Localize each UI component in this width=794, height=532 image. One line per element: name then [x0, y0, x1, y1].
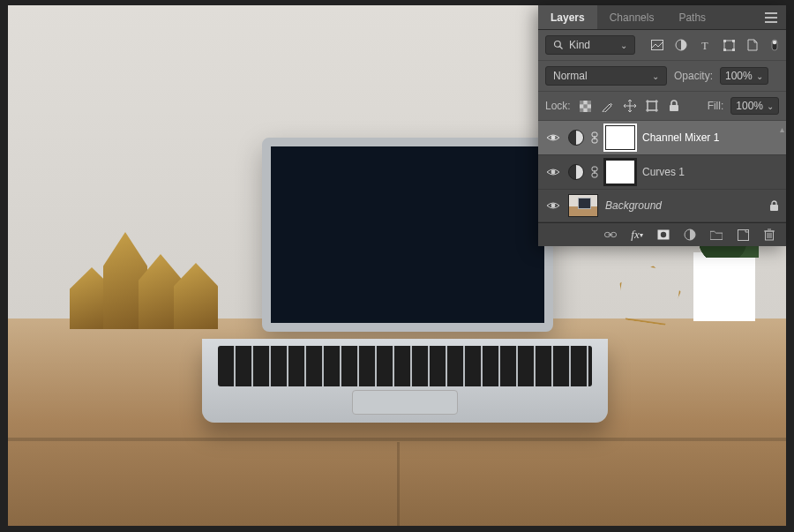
layers-panel: Layers Channels Paths Kind ⌄ T: [538, 5, 786, 246]
layer-mask-thumbnail[interactable]: [605, 160, 635, 184]
chevron-down-icon: ⌄: [767, 101, 774, 111]
svg-rect-13: [580, 101, 583, 104]
filter-type-icons: T: [651, 39, 779, 51]
layer-mask-thumbnail[interactable]: [605, 125, 635, 150]
panel-footer: fx▾: [538, 222, 786, 246]
opacity-label: Opacity:: [674, 70, 713, 82]
svg-rect-42: [738, 229, 748, 240]
lock-fill-row: Lock: Fill:: [538, 92, 786, 121]
svg-rect-7: [732, 40, 735, 42]
visibility-toggle[interactable]: [545, 130, 561, 146]
tab-layers[interactable]: Layers: [538, 5, 597, 29]
search-icon: [553, 40, 564, 50]
svg-rect-17: [588, 108, 591, 111]
svg-text:T: T: [701, 40, 708, 50]
filter-shape-icon[interactable]: [723, 39, 735, 51]
filter-pixel-icon[interactable]: [651, 39, 663, 51]
adjustment-layer-icon: [568, 164, 584, 180]
link-layers-icon[interactable]: [604, 229, 617, 241]
tab-paths[interactable]: Paths: [666, 5, 718, 29]
blend-mode-dropdown[interactable]: Normal ⌄: [545, 66, 667, 86]
filter-kind-label: Kind: [569, 39, 590, 51]
layer-name[interactable]: Channel Mixer 1: [642, 131, 779, 144]
filter-toggle-switch[interactable]: [770, 39, 779, 51]
svg-rect-6: [723, 40, 726, 42]
layer-style-fx-icon[interactable]: fx▾: [631, 229, 643, 241]
layer-filter-row: Kind ⌄ T: [538, 30, 786, 61]
scroll-up-arrow[interactable]: ▴: [780, 124, 784, 134]
photo-laptop-keys: [218, 346, 592, 386]
new-adjustment-layer-icon[interactable]: [684, 229, 696, 241]
filter-type-text-icon[interactable]: T: [699, 39, 711, 51]
filter-smartobject-icon[interactable]: [746, 39, 759, 51]
lock-transparency-icon[interactable]: [580, 100, 592, 112]
layer-lock-icon[interactable]: [769, 200, 779, 212]
layer-thumbnail[interactable]: [568, 194, 598, 217]
lock-artboard-icon[interactable]: [646, 100, 658, 112]
svg-line-1: [560, 47, 563, 49]
mask-link-icon[interactable]: [591, 166, 598, 178]
svg-point-34: [551, 204, 556, 208]
svg-rect-8: [723, 49, 726, 51]
layer-row-channel-mixer[interactable]: Channel Mixer 1 ▴: [538, 121, 786, 155]
svg-rect-16: [580, 108, 583, 111]
add-mask-icon[interactable]: [657, 229, 670, 241]
layer-row-curves[interactable]: Curves 1: [538, 155, 786, 190]
panel-menu-button[interactable]: [756, 12, 786, 23]
new-layer-icon[interactable]: [737, 229, 749, 241]
new-group-icon[interactable]: [710, 229, 723, 241]
fill-input[interactable]: 100% ⌄: [730, 97, 779, 115]
layer-list: Channel Mixer 1 ▴ Curves 1 Background: [538, 121, 786, 222]
filter-adjustment-icon[interactable]: [675, 39, 687, 51]
lock-all-icon[interactable]: [668, 100, 680, 112]
mask-link-icon[interactable]: [591, 131, 598, 144]
svg-rect-15: [584, 104, 588, 108]
lock-label: Lock:: [545, 100, 571, 112]
lock-pixels-icon[interactable]: [602, 100, 614, 112]
layer-row-background[interactable]: Background: [538, 190, 786, 222]
layer-name[interactable]: Background: [605, 199, 762, 212]
photo-planter: [693, 252, 755, 321]
lock-position-icon[interactable]: [624, 100, 636, 112]
adjustment-layer-icon: [568, 130, 584, 146]
fill-value: 100%: [736, 100, 763, 112]
fill-label: Fill:: [708, 100, 724, 112]
svg-rect-25: [670, 105, 678, 111]
layer-name[interactable]: Curves 1: [642, 166, 779, 178]
photo-laptop-screen: [262, 138, 553, 332]
svg-point-30: [551, 170, 556, 175]
svg-rect-9: [732, 49, 735, 51]
svg-point-40: [661, 232, 666, 237]
filter-kind-dropdown[interactable]: Kind ⌄: [545, 35, 635, 55]
svg-rect-2: [652, 41, 663, 50]
photo-brass-holder: [70, 228, 237, 329]
svg-rect-20: [648, 101, 656, 110]
svg-point-0: [555, 41, 561, 48]
photo-laptop-trackpad: [352, 390, 458, 415]
chevron-down-icon: ⌄: [652, 71, 659, 81]
blend-mode-value: Normal: [553, 70, 588, 82]
blend-opacity-row: Normal ⌄ Opacity: 100% ⌄: [538, 61, 786, 92]
delete-layer-icon[interactable]: [763, 229, 775, 241]
opacity-input[interactable]: 100% ⌄: [720, 67, 768, 85]
chevron-down-icon: ⌄: [756, 71, 763, 81]
svg-rect-14: [588, 101, 591, 104]
tab-channels[interactable]: Channels: [597, 5, 667, 29]
svg-point-11: [773, 41, 777, 45]
chevron-down-icon: ⌄: [620, 41, 627, 50]
svg-rect-35: [770, 205, 778, 211]
photo-laptop-base: [202, 339, 608, 423]
svg-point-26: [551, 136, 556, 140]
visibility-toggle[interactable]: [545, 164, 561, 180]
panel-tabs: Layers Channels Paths: [538, 5, 786, 30]
opacity-value: 100%: [725, 70, 753, 82]
visibility-toggle[interactable]: [545, 198, 561, 214]
